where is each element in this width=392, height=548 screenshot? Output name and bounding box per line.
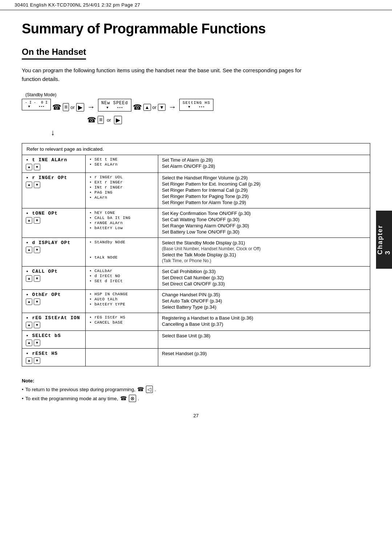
page-container: 30401 English KX-TCD700NL 25/4/01 2:32 p… [0,0,392,548]
desc-8-1: Select Base Unit (p.38) [162,333,366,338]
menu-cell-1: • t INE ALArn ▲ ▼ [22,155,86,173]
table-row: • r INGEr OPt ▲ ▼ r INGEr UOL EXt r INGE… [22,173,370,208]
desc-4-1b: (Base Unit Number, Handset Number, Clock… [162,246,366,251]
or-label-2: or [152,105,157,110]
sub-item-5-3: SEt d IrECt [89,279,154,283]
submenu-cell-4: StANdby NOdE tALk NOdE [86,238,158,267]
menu-icon-2: ≡ [98,116,104,124]
desc-2-5: Set Ringer Pattern for Alarm Tone (p.29) [162,200,366,205]
flow-connector-2: ☎ ▲ or ▼ → [131,102,179,112]
flow-step-1: - I - 0 I ▼ ▪▪▪ [22,99,51,110]
sub-item-2-5: ALArn [89,195,154,200]
menu-cell-3: • tONE OPt ▲ ▼ [22,208,86,238]
menu-item-main-6: • OthEr OPt [26,292,82,297]
desc-3-1: Set Key Confirmation Tone ON/OFF (p.30) [162,211,366,216]
note-period-1: . [155,387,156,392]
sub-item-7-1: rEG IStEr HS [89,315,154,320]
flow-main-row: - I - 0 I ▼ ▪▪▪ ☎ ≡ or ▶ → [22,99,370,112]
main-content: Summary of Programmable Functions On the… [0,10,392,433]
submenu-cell-7: rEG IStEr HS CANCEL bASE [86,313,158,331]
table-row: • rESEt HS ▲ ▼ Reset Handset (p.39) [22,349,370,366]
flow-arrow-right-2: → [168,102,176,112]
sub-item-3-3: rANGE ALArn [89,221,154,225]
menu-cell-2: • r INGEr OPt ▲ ▼ [22,173,86,208]
flow-lcd-3: SEttING HS ▼ ▪▪▪ [179,99,213,111]
table-row: • rEG IStErAt ION ▲ ▼ rEG IStEr HS CANCE… [22,313,370,331]
down-btn-1: ▼ [34,164,40,170]
function-table: Refer to relevant page as indicated. • t… [22,143,370,366]
menu-item-main-9: • rESEt HS [26,351,82,356]
exit-btn-icon: ⊗ [129,395,136,402]
down-btn-2: ▼ [34,182,40,188]
flow-lcd-3-text: SEttING HS [183,101,210,105]
chapter-label: Chapter3 [376,225,392,255]
arrow-icon-1: ▶ [76,103,84,111]
desc-6-3: Select Battery Type (p.34) [162,304,366,310]
up-btn-6: ▲ [26,299,32,305]
desc-1-2: Set Alarm ON/OFF (p.28) [162,163,366,169]
desc-cell-5: Set Call Prohibition (p.33) Set Direct C… [158,267,370,290]
lcd1-right: 0 I [41,101,48,105]
submenu-cell-1: SEt t INE SEt ALArn [86,155,158,173]
arrows-6: ▲ ▼ [26,299,82,305]
menu-item-main-7: • rEG IStErAt ION [26,315,82,321]
menu-item-main-4: • d ISPLAY OPt [26,240,82,245]
flow-lcd-1: - I - 0 I ▼ ▪▪▪ [22,99,51,110]
sub-item-6-1: HSP IN ChANGE [89,292,154,296]
desc-cell-6: Change Handset PIN (p.35) Set Auto Talk … [158,290,370,313]
down-btn-3: ▼ [34,217,40,224]
submenu-cell-5: CALLbAr d IrECt NO SEt d IrECt [86,267,158,290]
flow-arrow-right-1: → [87,102,95,112]
up-btn-2: ▲ [26,182,32,188]
header-bar: 30401 English KX-TCD700NL 25/4/01 2:32 p… [0,0,392,10]
lcd2-antenna: ▼ [106,106,108,110]
or-label-3: or [107,117,111,123]
lcd3-battery: ▪▪▪ [199,105,204,109]
submenu-cell-8 [86,331,158,349]
desc-4-1: Select the Standby Mode Display (p.31) [162,240,366,245]
desc-4-2: Select the Talk Mode Display (p.31) [162,252,366,257]
menu-cell-6: • OthEr OPt ▲ ▼ [22,290,86,313]
sub-item-3-4: bAttErY Low [89,226,154,230]
desc-cell-3: Set Key Confirmation Tone ON/OFF (p.30) … [158,208,370,238]
desc-3-2: Set Call Waiting Tone ON/OFF (p.30) [162,217,366,222]
down-btn-6: ▼ [34,299,40,305]
lcd1-battery-icon: ▪▪▪ [38,105,44,109]
down-btn-8: ▼ [34,340,40,346]
arrow-up-icon: ▲ [143,104,151,111]
flow-lcd-2-text: NEw SPEEd [101,101,128,106]
page-title: Summary of Programmable Functions [22,21,370,37]
note-item-1: • To return to the previous step during … [22,386,370,393]
note-text-2: To exit the programming mode at any time… [25,396,118,401]
table-row: • SELECt bS ▲ ▼ Select Base Unit (p.38) [22,331,370,349]
flow-connector-1: ☎ ≡ or ▶ → [51,102,98,112]
desc-cell-9: Reset Handset (p.39) [158,349,370,366]
table-row: • CALL OPt ▲ ▼ CALLbAr d IrECt NO SEt d … [22,267,370,290]
spacer-4 [89,245,154,255]
menu-or-row: ☎ ≡ or ▶ [87,115,370,124]
flow-lcd-3-bot: ▼ ▪▪▪ [183,105,210,109]
note-bullet-1: • [22,387,24,392]
arrows-5: ▲ ▼ [26,275,82,282]
sub-item-6-3: bAttErY tYPE [89,302,154,307]
handset-icon-1: ☎ [52,103,61,111]
back-btn-icon: ◁ [146,386,153,393]
desc-5-2: Set Direct Call Number (p.32) [162,275,366,280]
handset-exit-icon: ☎ [120,395,127,402]
desc-3-4: Set Battery Low Tone ON/OFF (p.30) [162,229,366,235]
note-text-1: To return to the previous step during pr… [25,387,135,392]
up-btn-1: ▲ [26,164,32,170]
desc-1-1: Set Time of Alarm (p.28) [162,157,366,163]
sub-item-2-4: PAG ING [89,190,154,195]
desc-3-3: Set Range Warning Alarm ON/OFF (p.30) [162,223,366,228]
arrows-9: ▲ ▼ [26,357,82,364]
handset-icon-3: ☎ [87,115,96,124]
sub-item-1-1: SEt t INE [89,157,154,162]
desc-2-3: Set Ringer Pattern for Internal Call (p.… [162,187,366,193]
desc-6-1: Change Handset PIN (p.35) [162,292,366,297]
down-btn-4: ▼ [34,247,40,253]
arrows-2: ▲ ▼ [26,182,82,188]
standby-label: (Standby Mode) [22,92,370,97]
sub-item-7-2: CANCEL bASE [89,320,154,325]
section-heading: On the Handset [22,47,86,60]
